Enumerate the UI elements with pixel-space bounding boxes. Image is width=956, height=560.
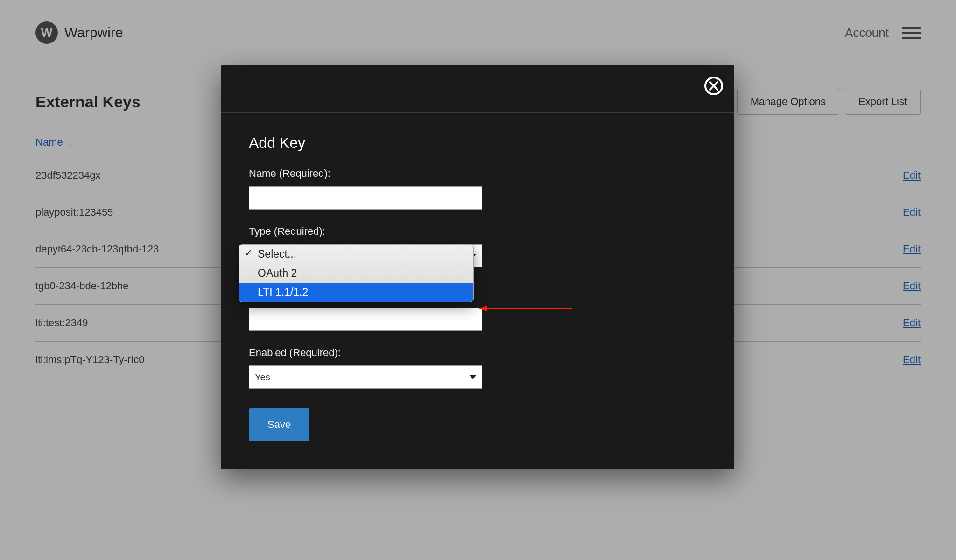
- modal-body: Add Key Name (Required): Type (Required)…: [221, 113, 734, 469]
- type-label: Type (Required):: [249, 225, 706, 238]
- type-select[interactable]: Select... OAuth 2 LTI 1.1/1.2: [249, 244, 482, 267]
- save-button[interactable]: Save: [249, 408, 309, 441]
- modal-title: Add Key: [249, 134, 706, 152]
- type-option-placeholder[interactable]: Select...: [239, 245, 473, 264]
- enabled-select[interactable]: Yes: [249, 365, 482, 389]
- type-option-lti[interactable]: LTI 1.1/1.2: [239, 283, 473, 302]
- modal-head: [221, 65, 734, 113]
- enabled-select-value: Yes: [255, 372, 270, 383]
- type-dropdown: Select... OAuth 2 LTI 1.1/1.2: [239, 244, 474, 302]
- name-input[interactable]: [249, 186, 482, 210]
- close-icon[interactable]: [703, 76, 724, 96]
- hidden-field-input[interactable]: [249, 308, 482, 331]
- chevron-down-icon: [470, 375, 476, 379]
- type-option-oauth2[interactable]: OAuth 2: [239, 264, 473, 283]
- name-label: Name (Required):: [249, 168, 706, 180]
- add-key-modal: Add Key Name (Required): Type (Required)…: [221, 65, 734, 469]
- enabled-label: Enabled (Required):: [249, 347, 706, 359]
